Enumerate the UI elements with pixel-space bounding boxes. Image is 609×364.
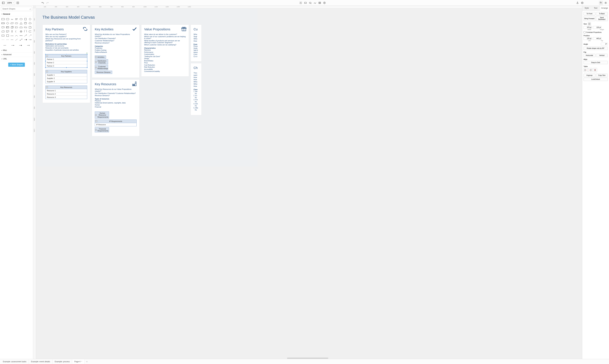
ellipse-tool-button[interactable] xyxy=(308,1,312,5)
width-input[interactable] xyxy=(583,26,592,29)
rotate-handle-icon[interactable]: ⟳ xyxy=(86,52,88,54)
theme-button[interactable] xyxy=(599,1,603,5)
freehand-tool-button[interactable] xyxy=(313,1,317,5)
shape-rect2[interactable] xyxy=(1,34,5,38)
shape-card[interactable] xyxy=(1,30,5,33)
shape-curly[interactable] xyxy=(14,30,18,33)
top-input[interactable] xyxy=(593,37,602,40)
tag-revenue[interactable]: Revenue Streams xyxy=(95,71,112,74)
shape-arrow-thin[interactable] xyxy=(28,38,32,42)
table-key-suppliers[interactable]: −Key Suppliers Supplier 1 Supplier 2 Sup… xyxy=(45,70,87,83)
shape-hexagon[interactable] xyxy=(14,21,18,25)
tag-relationships[interactable]: +Customer Relationships xyxy=(95,65,108,70)
insert-column-right-button[interactable] xyxy=(588,68,592,72)
shape-trapezoid[interactable] xyxy=(19,26,23,29)
collapse-icon[interactable]: − xyxy=(46,71,48,72)
collapse-icon[interactable]: − xyxy=(95,120,97,122)
shape-and[interactable] xyxy=(23,30,27,33)
shape-biarrow2[interactable] xyxy=(19,38,23,42)
shape-parallelogram[interactable] xyxy=(10,21,14,25)
ungroup-button[interactable]: Ungroup xyxy=(583,74,595,77)
add-shape-button[interactable] xyxy=(322,1,326,5)
category-misc[interactable]: ▸Misc xyxy=(0,48,33,52)
shape-edge3[interactable] xyxy=(17,43,24,47)
toggle-sidebar-button[interactable] xyxy=(1,1,5,5)
card-value-propositions[interactable]: Value Propositions What value do we deli… xyxy=(141,25,189,77)
category-uml[interactable]: ▸UML xyxy=(0,57,33,61)
shape-internal-storage[interactable] xyxy=(5,26,10,29)
shape-line[interactable] xyxy=(10,38,14,42)
constrain-checkbox[interactable]: Constrain Proportions xyxy=(583,31,608,33)
canvas[interactable]: The Business Model Canvas Key Partners W… xyxy=(36,9,258,167)
rotate-90-button[interactable]: Rotate shape only by 90° xyxy=(583,47,608,50)
search-input[interactable] xyxy=(1,7,32,11)
more-shapes-button[interactable]: More Shapes xyxy=(8,63,25,67)
insert-column-left-button[interactable] xyxy=(583,68,588,72)
shape-triangle[interactable] xyxy=(19,21,23,25)
share-button[interactable] xyxy=(575,1,580,5)
flip-horizontal-button[interactable]: Horizontal xyxy=(583,54,595,57)
zoom-to-fit-button[interactable] xyxy=(16,1,20,5)
shape-rounded-rect[interactable] xyxy=(5,17,10,21)
shape-rect3[interactable] xyxy=(5,34,10,38)
shape-line-dotted[interactable] xyxy=(1,38,5,42)
add-page-button[interactable]: + xyxy=(85,359,89,364)
zoom-select[interactable]: 100% xyxy=(6,1,15,5)
tag-activities[interactable]: +Activities xyxy=(95,55,106,59)
table-key-resources[interactable]: −Key Resources Resource 1 Resource 2 Res… xyxy=(45,86,87,99)
page-tab[interactable]: Example: event details xyxy=(29,360,53,364)
shape-curve[interactable] xyxy=(14,34,18,38)
send-backward-button[interactable]: Send Backward xyxy=(596,16,608,21)
shape-datastore[interactable] xyxy=(28,30,32,33)
tag-financial[interactable]: +Financial Requirements xyxy=(95,127,109,132)
shape-cube[interactable] xyxy=(10,26,14,29)
shape-cloud[interactable] xyxy=(28,21,32,25)
angle-input[interactable] xyxy=(601,43,608,45)
tab-text[interactable]: Text xyxy=(591,6,600,11)
category-general[interactable]: ▾General xyxy=(0,12,33,16)
lock-unlock-button[interactable]: Lock/Unlock xyxy=(583,78,608,81)
shape-biarrow[interactable] xyxy=(19,34,23,38)
page-tab[interactable]: Page-4 ⌃ xyxy=(72,359,85,364)
shape-ellipse[interactable] xyxy=(19,17,23,21)
shape-arrow-ne[interactable] xyxy=(23,34,27,38)
shape-edge4[interactable] xyxy=(25,43,32,47)
text-tool-button[interactable]: A xyxy=(299,1,303,5)
table-tool-button[interactable] xyxy=(318,1,322,5)
tag-distribution[interactable]: +Distribution Channels xyxy=(95,59,108,64)
delete-column-button[interactable] xyxy=(593,68,597,72)
tag-human-resource[interactable]: +Human Resource Requirements xyxy=(95,111,109,118)
shape-cylinder[interactable] xyxy=(23,21,27,25)
shape-edge1[interactable] xyxy=(1,43,9,47)
tab-style[interactable]: Style xyxy=(582,6,591,11)
shape-circle[interactable] xyxy=(28,17,32,21)
shape-textblock[interactable] xyxy=(14,17,18,21)
shape-callout[interactable] xyxy=(5,30,10,33)
undo-button[interactable] xyxy=(41,1,45,5)
shape-or[interactable] xyxy=(19,30,23,33)
to-back-button[interactable]: To Back xyxy=(596,12,608,15)
rectangle-tool-button[interactable] xyxy=(303,1,308,5)
shape-arrow-thick[interactable] xyxy=(23,38,27,42)
autosize-button[interactable] xyxy=(588,22,591,26)
shape-process[interactable] xyxy=(1,21,5,25)
page-tab[interactable]: Example: process xyxy=(52,360,72,364)
shape-actor[interactable] xyxy=(10,30,14,33)
table-ip-requirements[interactable]: −IP Requirements IP Resource xyxy=(95,119,136,126)
page-tab[interactable]: Example: assessment tasks xyxy=(1,360,29,364)
shape-document[interactable] xyxy=(1,26,5,29)
horizontal-scrollbar[interactable] xyxy=(33,357,582,359)
table-key-partners[interactable]: ⟳ −Key Partners Partner 1 Partner 2 Part… xyxy=(45,54,87,68)
card-customer-segments-truncated[interactable]: Cu WhaSegrWhicHow Exan PersoDedicSelf-SA… xyxy=(190,25,202,62)
card-channels-truncated[interactable]: Ch ThrowantHowHowWhicWhicHow Chan 1. AwH… xyxy=(190,63,202,115)
appearance-button[interactable] xyxy=(604,1,608,5)
more-menu-button[interactable] xyxy=(580,1,584,5)
shape-label[interactable]: List item xyxy=(10,34,14,38)
redo-button[interactable] xyxy=(45,1,50,5)
to-front-button[interactable]: To Front xyxy=(583,12,595,15)
flip-vertical-button[interactable]: Vertical xyxy=(596,54,608,57)
tab-arrange[interactable]: Arrange xyxy=(600,6,609,11)
shape-step[interactable] xyxy=(14,26,18,29)
shape-tape[interactable] xyxy=(23,26,27,29)
snap-to-grid-button[interactable]: Snap to Grid xyxy=(583,61,608,64)
